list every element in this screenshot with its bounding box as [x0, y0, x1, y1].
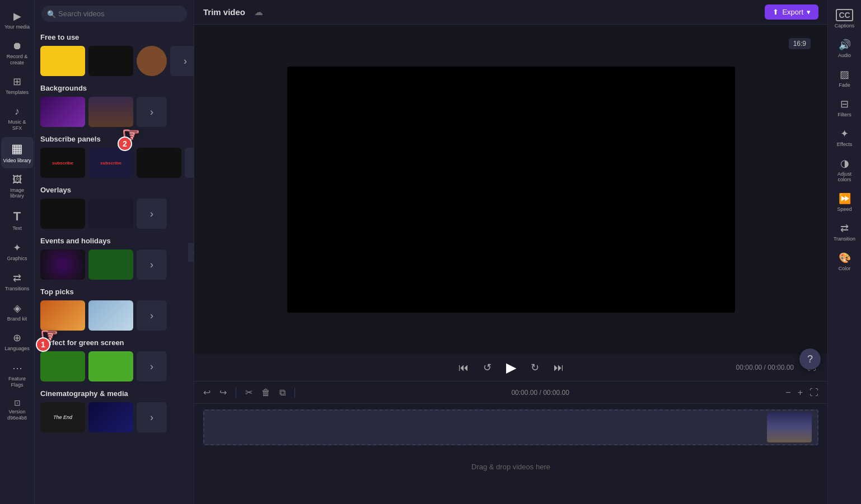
- sidebar-item-music-sfx[interactable]: ♪ Music & SFX: [1, 101, 34, 136]
- top-picks-thumbs: ›: [40, 300, 188, 331]
- sidebar-item-feature-flags[interactable]: ⋯ Feature Flags: [1, 357, 34, 393]
- skip-forward-button[interactable]: ⏭: [551, 360, 566, 376]
- audio-icon: 🔊: [839, 39, 851, 51]
- help-button[interactable]: ?: [799, 348, 821, 370]
- export-button[interactable]: ⬆ Export ▾: [765, 4, 818, 20]
- thumb-sub-3[interactable]: [137, 148, 181, 178]
- thumb-topick-2[interactable]: [88, 300, 133, 331]
- captions-icon: CC: [836, 9, 853, 21]
- replay-button[interactable]: ↺: [481, 359, 494, 376]
- sidebar-item-label: Templates: [6, 90, 29, 96]
- free-to-use-thumbs: ›: [40, 46, 188, 76]
- rs-item-captions[interactable]: CC Captions: [829, 4, 860, 33]
- graphics-icon: ✦: [13, 242, 21, 254]
- sidebar-item-label: Feature Flags: [3, 376, 31, 388]
- playback-controls: ⏮ ↺ ▶ ↻ ⏭ 00:00.00 / 00:00.00 ⛶: [194, 354, 827, 381]
- thumb-event-2[interactable]: [88, 249, 133, 280]
- more-overlays[interactable]: ›: [137, 199, 167, 229]
- zoom-controls: − + ⛶: [783, 385, 821, 400]
- sidebar-item-video-library[interactable]: ▦ Video library: [1, 137, 34, 168]
- undo-button[interactable]: ↩: [201, 385, 213, 400]
- thumb-bg-1[interactable]: [40, 97, 85, 127]
- delete-button[interactable]: 🗑: [259, 385, 273, 400]
- thumb-free-1[interactable]: [40, 46, 85, 76]
- play-button[interactable]: ▶: [504, 357, 518, 378]
- more-top-picks[interactable]: ›: [137, 300, 167, 331]
- thumb-free-2[interactable]: [88, 46, 133, 76]
- cloud-status-icon: ☁: [254, 7, 263, 17]
- cut-button[interactable]: ✂: [243, 385, 255, 400]
- more-backgrounds[interactable]: ›: [137, 97, 167, 127]
- video-area: 16:9: [194, 25, 827, 354]
- sidebar-item-languages[interactable]: ⊕ Languages: [1, 327, 34, 356]
- more-events[interactable]: ›: [137, 249, 167, 280]
- thumb-sub-2[interactable]: subscribe: [88, 148, 133, 178]
- section-title-overlays: Overlays: [40, 186, 188, 194]
- tl-timecode-current: 00:00.00: [511, 389, 537, 397]
- more-free-to-use[interactable]: ›: [170, 46, 194, 76]
- thumb-bg-2[interactable]: [88, 97, 133, 127]
- panel-search-area: 🔍: [35, 0, 194, 25]
- zoom-out-button[interactable]: −: [783, 385, 793, 400]
- sidebar-item-brand-kit[interactable]: ◈ Brand kit: [1, 298, 34, 327]
- more-green-screen[interactable]: ›: [137, 351, 167, 381]
- timeline-toolbar: ↩ ↪ ✂ 🗑 ⧉ 00:00.00 / 00:00.00 − + ⛶: [194, 381, 827, 404]
- thumb-event-1[interactable]: [40, 249, 85, 280]
- thumb-cine-1[interactable]: The End: [40, 402, 85, 432]
- rs-item-transition[interactable]: ⇄ Transition: [829, 218, 860, 246]
- more-cine[interactable]: ›: [137, 402, 167, 432]
- thumb-green-1[interactable]: [40, 351, 85, 381]
- rs-item-speed[interactable]: ⏩ Speed: [829, 188, 860, 216]
- timeline-track[interactable]: [203, 409, 818, 445]
- collapse-panel-button[interactable]: ‹: [188, 243, 194, 262]
- more-subscribe[interactable]: ›: [185, 148, 194, 178]
- duplicate-button[interactable]: ⧉: [277, 385, 288, 400]
- sidebar-item-text[interactable]: T Text: [1, 205, 34, 236]
- timeline-fullscreen-button[interactable]: ⛶: [807, 385, 821, 400]
- rs-item-effects[interactable]: ✦ Effects: [829, 123, 860, 152]
- sidebar-item-templates[interactable]: ⊞ Templates: [1, 71, 34, 100]
- search-input[interactable]: [41, 6, 187, 22]
- redo-button[interactable]: ↪: [217, 385, 229, 400]
- forward-button[interactable]: ↻: [528, 359, 541, 376]
- thumb-green-2[interactable]: [88, 351, 133, 381]
- panel-content: Free to use › Backgrounds › Subscribe pa…: [35, 25, 194, 504]
- thumb-overlay-2[interactable]: [88, 199, 133, 229]
- video-canvas: [287, 67, 735, 313]
- help-icon: ?: [807, 354, 813, 365]
- rs-item-color[interactable]: 🎨 Color: [829, 247, 860, 276]
- sidebar-item-graphics[interactable]: ✦ Graphics: [1, 237, 34, 266]
- aspect-ratio-badge: 16:9: [789, 38, 811, 49]
- drop-zone: Drag & drop videos here: [203, 450, 818, 483]
- topbar: Trim video ☁ ⬆ Export ▾: [194, 0, 827, 25]
- timecode-current: 00:00.00: [736, 364, 762, 371]
- languages-icon: ⊕: [13, 332, 21, 344]
- sidebar-item-label: Record & create: [3, 54, 31, 66]
- rs-item-filters[interactable]: ⊟ Filters: [829, 93, 860, 122]
- fade-icon: ▨: [840, 68, 849, 81]
- export-icon: ⬆: [773, 8, 779, 16]
- video-library-icon: ▦: [11, 142, 23, 156]
- sidebar-item-transitions[interactable]: ⇄ Transitions: [1, 267, 34, 296]
- sidebar-item-your-media[interactable]: ▶ Your media: [1, 6, 34, 35]
- rs-item-audio[interactable]: 🔊 Audio: [829, 34, 860, 63]
- sidebar-item-image-library[interactable]: 🖼 Image library: [1, 169, 34, 204]
- thumb-free-3[interactable]: [137, 46, 167, 76]
- thumb-overlay-1[interactable]: [40, 199, 85, 229]
- sidebar-item-version[interactable]: ⊡ Version d96e4b8: [1, 394, 34, 426]
- thumb-topick-1[interactable]: [40, 300, 85, 331]
- rs-label: Adjust colors: [831, 171, 858, 182]
- rs-item-fade[interactable]: ▨ Fade: [829, 64, 860, 92]
- rs-label: Audio: [838, 53, 851, 58]
- sidebar-item-label: Version d96e4b8: [3, 409, 31, 421]
- tl-timecode-total: 00:00.00: [543, 389, 569, 397]
- brand-kit-icon: ◈: [13, 302, 21, 314]
- sidebar-item-record[interactable]: ⏺ Record & create: [1, 36, 34, 70]
- section-title-cine: Cinematography & media: [40, 389, 188, 398]
- thumb-cine-2[interactable]: [88, 402, 133, 432]
- zoom-in-button[interactable]: +: [796, 385, 805, 400]
- skip-back-button[interactable]: ⏮: [456, 360, 471, 376]
- rs-item-adjust-colors[interactable]: ◑ Adjust colors: [829, 153, 860, 187]
- thumb-sub-1[interactable]: subscribe: [40, 148, 85, 178]
- right-sidebar: CC Captions 🔊 Audio ▨ Fade ⊟ Filters ✦ E…: [827, 0, 861, 504]
